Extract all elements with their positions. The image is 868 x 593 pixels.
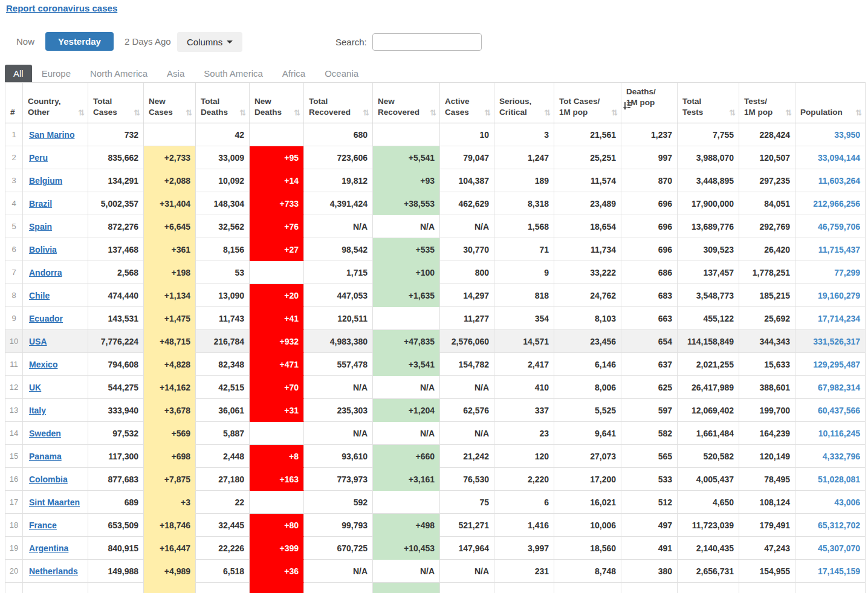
cell-total-recovered: 447,053 (304, 284, 373, 307)
cell-population[interactable]: 10,116,245 (795, 422, 866, 445)
col-header-total_deaths[interactable]: TotalDeaths⇅ (196, 83, 250, 123)
country-link[interactable]: Belgium (29, 176, 62, 186)
cell-population[interactable]: 60,437,566 (795, 399, 866, 422)
cell-total-recovered: 93,610 (304, 445, 373, 468)
country-link[interactable]: Italy (29, 406, 46, 415)
col-header-deaths_per_1m[interactable]: Deaths/1M pop (621, 83, 678, 123)
cell-deaths-per-1m: 512 (621, 491, 678, 514)
columns-dropdown-button[interactable]: Columns (177, 32, 242, 52)
cell-population[interactable]: 11,715,437 (795, 238, 866, 261)
country-link[interactable]: France (29, 520, 57, 530)
col-header-active_cases[interactable]: ActiveCases⇅ (440, 83, 494, 123)
col-header-cases_per_1m[interactable]: Tot Cases/1M pop⇅ (554, 83, 621, 123)
country-link[interactable]: Peru (29, 153, 48, 163)
cell-total-cases: 653,509 (88, 514, 144, 537)
country-link[interactable]: Andorra (29, 268, 62, 277)
cell-population[interactable]: 45,307,070 (795, 537, 866, 560)
table-row: 4Brazil5,002,357+31,404148,304+7334,391,… (5, 192, 866, 215)
country-link[interactable]: Colombia (29, 475, 68, 484)
col-header-new_cases[interactable]: NewCases⇅ (144, 83, 196, 123)
cell-population[interactable]: 19,160,279 (795, 284, 866, 307)
cell-population[interactable]: 212,966,256 (795, 192, 866, 215)
cell-serious-critical: 818 (494, 284, 554, 307)
time-tab-2-days-ago[interactable]: 2 Days Ago (117, 32, 179, 51)
col-header-serious_critical[interactable]: Serious,Critical⇅ (494, 83, 554, 123)
cell-population[interactable]: 43,006 (795, 491, 866, 514)
cell-population[interactable]: 331,526,317 (795, 330, 866, 353)
country-link[interactable]: Panama (29, 452, 62, 461)
cell-cases-per-1m: 23,456 (554, 330, 621, 353)
cell-population[interactable]: 65,312,702 (795, 514, 866, 537)
cell-population[interactable]: 67,982,314 (795, 376, 866, 399)
cell-total-recovered: 98,542 (304, 238, 373, 261)
continent-tab-asia[interactable]: Asia (157, 65, 194, 82)
cell-total-cases: 2,568 (88, 261, 144, 284)
cell-new-cases: +2,088 (144, 169, 196, 192)
continent-tab-south-america[interactable]: South America (194, 65, 273, 82)
cell-tests-per-1m: 78,495 (739, 468, 795, 491)
col-header-total_cases[interactable]: TotalCases⇅ (88, 83, 144, 123)
cell-population[interactable]: 77,299 (795, 261, 866, 284)
cell-new-cases: +1,475 (144, 307, 196, 330)
country-link[interactable]: Bolivia (29, 245, 57, 254)
search-input[interactable] (372, 33, 482, 51)
country-link[interactable]: Sweden (29, 429, 61, 438)
continent-tab-north-america[interactable]: North America (80, 65, 157, 82)
country-link[interactable]: Netherlands (29, 566, 78, 576)
cell-population[interactable]: 17,145,159 (795, 560, 866, 583)
cell-serious-critical: 9 (494, 261, 554, 284)
col-header-country[interactable]: Country,Other⇅ (23, 83, 88, 123)
time-tab-now[interactable]: Now (8, 32, 42, 51)
cell-population[interactable]: 129,295,487 (795, 353, 866, 376)
cell-country: Spain (23, 215, 88, 238)
cell-population[interactable]: 33,094,144 (795, 146, 866, 169)
country-link[interactable]: Mexico (29, 360, 57, 369)
col-header-total_recovered[interactable]: TotalRecovered⇅ (304, 83, 373, 123)
cell-total-tests: 520,582 (678, 445, 739, 468)
cell-new-deaths: +27 (250, 238, 304, 261)
cell-cases-per-1m: 33,222 (554, 261, 621, 284)
sort-icon: ⇅ (484, 109, 491, 117)
row-number (5, 583, 23, 593)
country-link[interactable]: Spain (29, 222, 52, 232)
cell-tests-per-1m: 120,507 (739, 146, 795, 169)
col-header-new_deaths[interactable]: NewDeaths⇅ (250, 83, 304, 123)
cell-population[interactable]: 51,028,081 (795, 468, 866, 491)
country-link[interactable]: USA (29, 337, 47, 346)
cell-new-cases: +48,715 (144, 330, 196, 353)
cell-population[interactable]: 4,332,796 (795, 445, 866, 468)
continent-tab-europe[interactable]: Europe (32, 65, 80, 82)
cell-new-cases: +31,404 (144, 192, 196, 215)
cell-serious-critical: 354 (494, 307, 554, 330)
country-link[interactable]: Argentina (29, 543, 68, 553)
cell-tests-per-1m: 164,239 (739, 422, 795, 445)
col-header-population[interactable]: Population⇅ (795, 83, 866, 123)
cell-population[interactable]: 11,603,264 (795, 169, 866, 192)
country-link[interactable]: Brazil (29, 199, 52, 209)
continent-tab-africa[interactable]: Africa (273, 65, 315, 82)
cell-new-cases: +569 (144, 422, 196, 445)
report-cases-link[interactable]: Report coronavirus cases (6, 3, 117, 13)
cell-total-deaths: 10,092 (196, 169, 250, 192)
cell-population[interactable]: 17,714,234 (795, 307, 866, 330)
row-number: 3 (5, 169, 23, 192)
country-link[interactable]: San Marino (29, 130, 74, 140)
time-tab-yesterday[interactable]: Yesterday (45, 32, 114, 51)
country-link[interactable]: Sint Maarten (29, 497, 80, 507)
country-link[interactable]: UK (29, 383, 41, 392)
cell-new-cases: +3,678 (144, 399, 196, 422)
cell-population[interactable]: 33,950 (795, 123, 866, 146)
col-header-total_tests[interactable]: TotalTests⇅ (678, 83, 739, 123)
col-header-new_recovered[interactable]: NewRecovered⇅ (373, 83, 440, 123)
cell-active-cases: N/A (440, 376, 494, 399)
cell-total-tests: 4,005,437 (678, 468, 739, 491)
cell-population[interactable]: 46,759,706 (795, 215, 866, 238)
continent-tab-oceania[interactable]: Oceania (315, 65, 368, 82)
country-link[interactable]: Ecuador (29, 314, 63, 323)
cell-total-recovered: N/A (304, 560, 373, 583)
col-header-tests_per_1m[interactable]: Tests/1M pop⇅ (739, 83, 795, 123)
cell-serious-critical: 8,318 (494, 192, 554, 215)
cell-new-deaths: +8 (250, 445, 304, 468)
continent-tab-all[interactable]: All (5, 65, 32, 82)
country-link[interactable]: Chile (29, 291, 50, 300)
